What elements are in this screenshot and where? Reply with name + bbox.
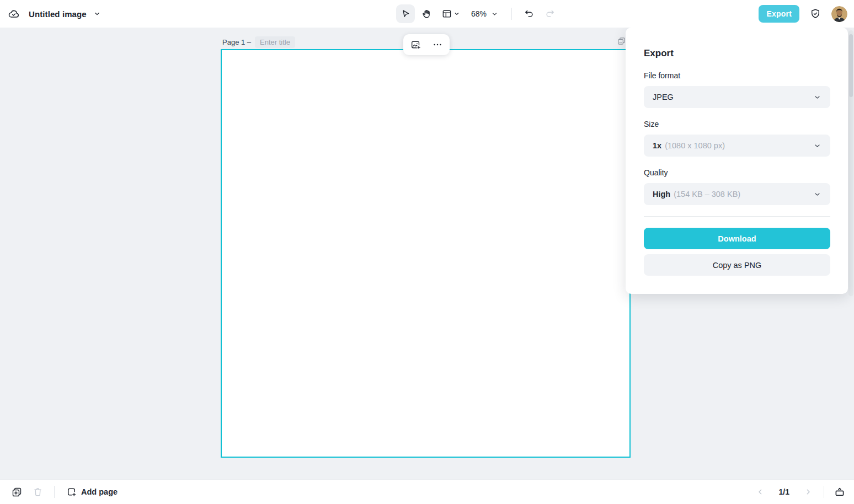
add-page-button[interactable]: Add page [62,484,121,500]
chevron-down-icon [453,10,460,17]
topbar-left-group: Untitled image [8,0,101,28]
export-panel: Export File format JPEG Size 1x (1080 x … [626,28,848,294]
privacy-shield-button[interactable] [807,6,824,22]
page-indicator: 1/1 [779,487,789,496]
hand-tool-button[interactable] [417,4,436,23]
image-add-icon [410,39,421,51]
chevron-down-icon[interactable] [93,10,101,18]
scrollbar-thumb[interactable] [849,34,853,97]
select-tool-button[interactable] [396,4,415,23]
page-label: Page 1 – [222,38,251,46]
document-title[interactable]: Untitled image [29,9,87,19]
layout-icon [441,8,452,19]
size-select[interactable]: 1x (1080 x 1080 px) [644,135,830,157]
zoom-level-value: 68% [471,9,487,18]
chevron-down-icon [813,93,821,101]
present-icon [834,486,846,498]
size-value: 1x [653,141,661,150]
size-detail: (1080 x 1080 px) [665,141,725,150]
avatar[interactable] [831,6,847,22]
hand-tool-icon [421,8,433,20]
shield-check-icon [809,8,821,20]
duplicate-icon[interactable] [617,36,626,46]
add-image-button[interactable] [406,36,425,53]
trash-icon [32,486,44,498]
bottombar-right-group: 1/1 [751,483,848,501]
layout-tool-button[interactable] [438,4,463,23]
download-button[interactable]: Download [644,228,830,249]
floating-context-toolbar [403,34,450,55]
cloud-sync-icon [8,8,20,20]
chevron-down-icon [491,10,498,18]
panel-divider [644,216,830,217]
undo-button[interactable] [520,4,538,23]
chevron-left-icon [756,487,765,496]
bottombar-divider [54,486,55,498]
add-page-label: Add page [81,487,118,496]
add-page-icon [66,486,77,498]
chevron-right-icon [804,487,813,496]
page-label-row: Page 1 – Enter title [222,36,295,48]
quality-detail: (154 KB – 308 KB) [674,190,740,199]
quality-select[interactable]: High (154 KB – 308 KB) [644,183,830,205]
duplicate-page-button[interactable] [8,483,25,501]
chevron-down-icon [813,190,821,199]
copy-as-png-button[interactable]: Copy as PNG [644,254,830,276]
more-icon [432,39,443,50]
present-button[interactable] [831,483,848,501]
file-format-select[interactable]: JPEG [644,86,830,108]
zoom-level-control[interactable]: 68% [466,9,504,18]
bottombar-left-group: Add page [8,483,121,501]
undo-icon [524,8,535,19]
redo-icon [545,8,556,19]
canvas-page[interactable] [221,49,631,458]
chevron-down-icon [813,142,821,150]
delete-page-button[interactable] [29,483,46,501]
bottom-bar: Add page 1/1 [0,479,854,504]
export-button[interactable]: Export [759,5,799,23]
canvas-workspace: Page 1 – Enter title [0,28,854,479]
top-toolbar: Untitled image [0,0,854,28]
more-options-button[interactable] [428,36,447,53]
bottombar-divider [824,486,824,498]
file-format-label: File format [644,71,680,80]
toolbar-divider [511,8,512,20]
next-page-button[interactable] [799,483,817,501]
page-title-input[interactable]: Enter title [255,36,295,48]
topbar-right-group: Export [759,0,847,28]
file-format-value: JPEG [653,93,674,101]
export-panel-title: Export [644,48,674,59]
canvas-tools: 68% [396,0,559,28]
select-tool-icon [400,8,412,20]
quality-value: High [653,190,670,199]
redo-button[interactable] [541,4,559,23]
previous-page-button[interactable] [751,483,769,501]
duplicate-page-icon [11,486,23,498]
quality-label: Quality [644,168,668,177]
scrollbar-track[interactable] [848,30,853,296]
size-label: Size [644,120,659,128]
